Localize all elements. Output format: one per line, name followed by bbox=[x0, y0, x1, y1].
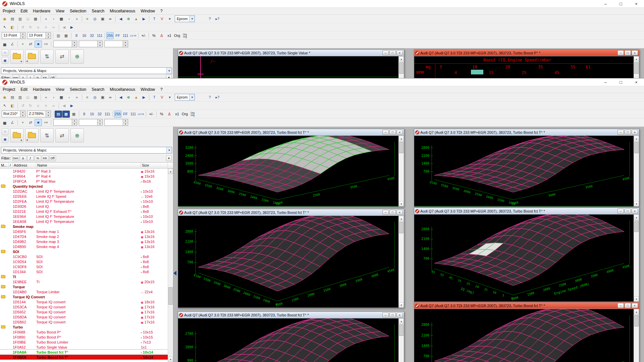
maximize-button[interactable]: □ bbox=[613, 0, 629, 7]
child-close-button[interactable]: × bbox=[632, 303, 638, 308]
print-button[interactable]: ▤ bbox=[9, 94, 16, 101]
table-row[interactable]: 1D2FEALimit IQ f° Temperature▪10x10 bbox=[0, 199, 168, 204]
child-restore-button[interactable]: □ bbox=[625, 303, 631, 308]
scroll-track[interactable] bbox=[634, 220, 639, 296]
spinner-up-arrow-icon[interactable]: ▲ bbox=[20, 111, 25, 114]
scroll-track[interactable] bbox=[399, 221, 404, 302]
child-minimize-button[interactable]: – bbox=[618, 208, 624, 214]
view-menu-button[interactable]: ▾ bbox=[166, 15, 173, 22]
table-row[interactable]: TI bbox=[0, 274, 168, 279]
scroll-up-button[interactable]: ▲ bbox=[399, 318, 404, 324]
project-epk-button[interactable]: ◉ bbox=[1, 94, 8, 101]
table-row[interactable]: 1D47D4Smoke map 2▦13x16 bbox=[0, 234, 168, 239]
surface-plot-area[interactable] bbox=[414, 136, 634, 206]
child-titlebar[interactable]: Audi Q7 (Audi Q7 3.0 TDI 233 MP+EGR 2007… bbox=[178, 209, 404, 216]
spinner-up-arrow-icon[interactable]: ▲ bbox=[98, 119, 102, 123]
table-row[interactable]: 1D49B2Smoke map 3▦13x16 bbox=[0, 239, 168, 244]
table-row[interactable]: 1F0890Turbo Boost P°▪10x15 bbox=[0, 335, 168, 340]
menu-window[interactable]: Window bbox=[138, 86, 158, 93]
menu-edit[interactable]: Edit bbox=[18, 8, 30, 14]
width-16-button[interactable]: 16 bbox=[88, 111, 96, 118]
zoom-spinner[interactable]: Z:2789%▲▼ bbox=[27, 111, 51, 117]
scroll-down-button[interactable]: ▼ bbox=[399, 201, 404, 206]
table-row[interactable]: 1D1344SOI▪8x8 bbox=[0, 269, 168, 274]
dropdown-arrow-icon[interactable]: ▼ bbox=[166, 68, 172, 74]
table-row[interactable]: Turbo bbox=[0, 324, 168, 329]
child-titlebar[interactable]: Audi Q7 (Audi Q7 3.0 TDI 233 MP+EGR 2007… bbox=[178, 312, 404, 318]
child-minimize-button[interactable]: – bbox=[382, 50, 389, 55]
table-row[interactable]: 1F8664P° Rail 4▦15x16 bbox=[0, 174, 168, 179]
magnifier-button[interactable]: ◎ bbox=[91, 15, 99, 22]
save-version-button[interactable]: ▣ bbox=[2, 57, 8, 64]
scroll-thumb[interactable] bbox=[634, 62, 639, 74]
menu-miscellaneous[interactable]: Miscellaneous bbox=[107, 8, 138, 14]
compare-versions-button[interactable]: I+II bbox=[42, 41, 50, 48]
checksum-verify-button[interactable]: V bbox=[158, 15, 166, 22]
menu-miscellaneous[interactable]: Miscellaneous bbox=[107, 86, 138, 93]
transfer-button[interactable]: ⇄ bbox=[55, 50, 69, 64]
print-preview-button[interactable]: ▥ bbox=[16, 15, 24, 22]
connect-forward-button[interactable]: ▶ bbox=[140, 94, 148, 101]
table-row[interactable]: 1EEA58Limit IQ f° Temperature▪10x10 bbox=[0, 219, 168, 224]
page-setup-button[interactable]: □ bbox=[24, 15, 32, 22]
child-close-button[interactable]: × bbox=[632, 130, 638, 135]
table-row[interactable]: 1D4B90Smoke map 4▦13x16 bbox=[0, 244, 168, 249]
spinner-down-arrow-icon[interactable]: ▼ bbox=[72, 44, 77, 47]
scroll-thumb[interactable] bbox=[399, 142, 404, 153]
child-titlebar[interactable]: Audi Q7 (Audi Q7 3.0 TDI 233 MP+EGR 2007… bbox=[178, 129, 404, 136]
param-spinner-1[interactable]: ▲▼ bbox=[53, 119, 77, 126]
binary-button[interactable]: 111 bbox=[129, 111, 137, 118]
dropdown-arrow-icon[interactable]: ▼ bbox=[166, 147, 172, 153]
child-close-button[interactable]: × bbox=[396, 312, 403, 317]
page-setup-button[interactable]: □ bbox=[24, 94, 32, 101]
delta-button[interactable]: Δ bbox=[158, 32, 165, 39]
surface-plot-canvas[interactable] bbox=[414, 136, 634, 206]
lock-selection-button[interactable]: ≡ bbox=[42, 102, 50, 109]
binoculars-search-button[interactable]: ∞ bbox=[107, 94, 114, 101]
child-minimize-button[interactable]: – bbox=[618, 130, 624, 135]
scroll-thumb[interactable] bbox=[634, 142, 639, 153]
next-map-button[interactable]: ▶ bbox=[68, 102, 75, 109]
binoculars-search-button[interactable]: ∞ bbox=[107, 15, 114, 22]
eprom-combo[interactable]: Eprom▼ bbox=[175, 94, 195, 101]
child-close-button[interactable]: × bbox=[396, 130, 403, 135]
spinner-up-arrow-icon[interactable]: ▲ bbox=[20, 33, 25, 36]
swap-button[interactable]: ⇄ bbox=[27, 41, 34, 48]
online-button[interactable]: ⊕ bbox=[70, 128, 84, 142]
scroll-thumb[interactable] bbox=[399, 62, 404, 74]
nav-next-button[interactable]: › bbox=[65, 15, 73, 22]
child-minimize-button[interactable]: – bbox=[618, 303, 624, 308]
fill-mode-button[interactable]: ◧ bbox=[9, 24, 16, 31]
points-x-spinner[interactable]: 13 Point▲▼ bbox=[2, 32, 25, 39]
panel-collapse-arrow-icon[interactable] bbox=[173, 271, 176, 276]
org-org-button[interactable]: Org Org bbox=[181, 32, 189, 39]
surface-plot-canvas[interactable] bbox=[178, 318, 398, 362]
menu-project[interactable]: Project bbox=[0, 8, 18, 14]
table-row[interactable]: Smoke map bbox=[0, 224, 168, 229]
projects-combo[interactable]: Projects, Versions & Maps: ▼ bbox=[1, 67, 172, 74]
nav-first-button[interactable]: « bbox=[42, 94, 50, 101]
table-row[interactable]: 1F09BETurbo Boost Limiter▪7x13 bbox=[0, 340, 168, 345]
spinner-down-arrow-icon[interactable]: ▼ bbox=[123, 123, 128, 126]
scroll-down-button[interactable]: ▼ bbox=[634, 201, 639, 206]
surface-plot-canvas[interactable] bbox=[178, 216, 398, 308]
close-button[interactable]: × bbox=[629, 78, 644, 86]
table-row[interactable]: 1D58DATorque IQ convert▦17x16 bbox=[0, 314, 168, 319]
filter-fx-button[interactable]: ƒ bbox=[27, 75, 34, 78]
table-row[interactable]: 1F0BD6Turbo Boost fct T°▪10x14 bbox=[0, 355, 168, 360]
add-map-button[interactable]: + bbox=[19, 119, 26, 126]
swap-button[interactable]: ⇄ bbox=[27, 119, 34, 126]
scroll-track[interactable] bbox=[634, 62, 639, 78]
print-preview-button[interactable]: ▥ bbox=[16, 94, 24, 101]
menu-search[interactable]: Search bbox=[89, 8, 107, 14]
spinner-down-arrow-icon[interactable]: ▼ bbox=[98, 123, 102, 126]
view-3d-button[interactable]: ▦ bbox=[62, 111, 70, 118]
child-scrollbar[interactable]: ▲▼ bbox=[398, 136, 404, 206]
titlebar[interactable]: WinOLS – □ × bbox=[0, 0, 644, 8]
column-header-size[interactable]: Size bbox=[141, 163, 168, 168]
percent-button[interactable]: % bbox=[158, 111, 165, 118]
link-maps-button[interactable]: ∞ bbox=[50, 24, 57, 31]
hex-ff-button[interactable]: FF bbox=[122, 111, 129, 118]
column-header-name[interactable]: Name bbox=[36, 163, 141, 168]
table-row[interactable]: 1D2DACLimit IQ f° Temperature▪10x10 bbox=[0, 189, 168, 194]
